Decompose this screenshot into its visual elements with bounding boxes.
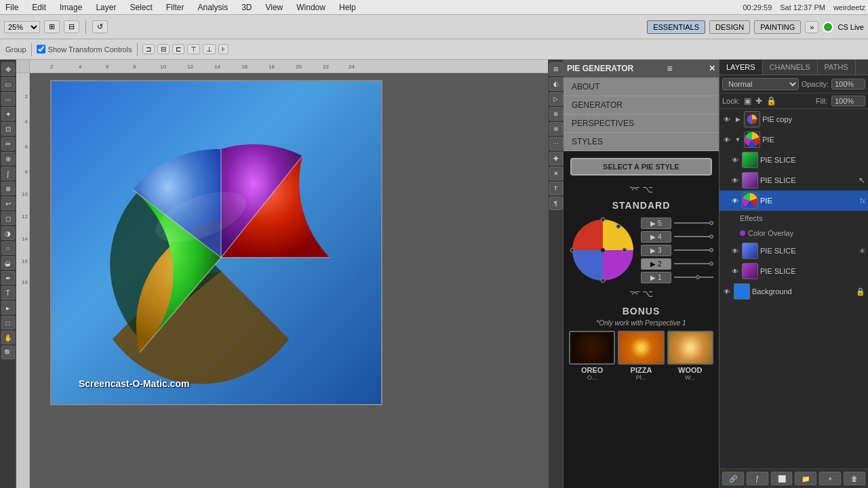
panel-handle-bottom[interactable]: ⌤ ⌥: [564, 287, 719, 300]
hand-tool[interactable]: ✋: [1, 331, 15, 344]
type-tool[interactable]: T: [1, 286, 15, 300]
layer-arrow-pie-copy[interactable]: ▶: [734, 115, 742, 123]
menu-item-select[interactable]: Select: [127, 2, 155, 13]
gradient-tool[interactable]: ◑: [1, 226, 15, 240]
slider-btn-5[interactable]: ▶ 5: [641, 218, 671, 229]
layer-arrow-pie-group[interactable]: ▼: [734, 136, 742, 144]
menu-item-edit[interactable]: Edit: [29, 2, 49, 13]
slider-btn-4[interactable]: ▶ 4: [641, 231, 671, 243]
lock-pixel-icon[interactable]: ▣: [744, 96, 751, 106]
pie-nav-perspectives[interactable]: PERSPECTIVES: [564, 115, 719, 133]
menu-item-3d[interactable]: 3D: [239, 2, 254, 13]
move-tool[interactable]: ✥: [1, 62, 15, 76]
healing-tool[interactable]: ⊕: [1, 152, 15, 165]
layer-background[interactable]: 👁 Background 🔒: [719, 281, 868, 302]
bonus-item-wood[interactable]: WOOD W...: [667, 331, 713, 381]
pie-panel-close-icon[interactable]: ✕: [709, 64, 715, 73]
layer-eye-pie-copy[interactable]: 👁: [722, 115, 732, 124]
layer-eye-pie-main[interactable]: 👁: [730, 196, 740, 205]
stamp-tool[interactable]: ⊗: [1, 182, 15, 195]
panel-handle-top[interactable]: ⌤ ⌥: [564, 182, 719, 196]
menu-item-window[interactable]: Window: [294, 2, 328, 13]
layer-pie-group[interactable]: 👁 ▼ PIE: [719, 129, 868, 150]
layer-pie-slice-3[interactable]: 👁 PIE SLICE ✳: [719, 241, 868, 261]
layer-eye-background[interactable]: 👁: [722, 287, 732, 296]
right-tool-9[interactable]: T: [549, 182, 563, 195]
layer-pie-slice-1[interactable]: 👁 PIE SLICE: [719, 150, 868, 170]
path-select-tool[interactable]: ▸: [1, 301, 15, 314]
pie-nav-styles[interactable]: STYLES: [564, 133, 719, 151]
align-left-btn[interactable]: ⊐: [142, 44, 155, 54]
pie-nav-generator[interactable]: GENERATOR: [564, 96, 719, 115]
add-group-btn[interactable]: 📁: [795, 472, 816, 485]
show-transform-checkbox[interactable]: [37, 45, 45, 54]
delete-layer-btn[interactable]: 🗑: [844, 472, 865, 485]
layer-eye-slice-1[interactable]: 👁: [730, 155, 740, 165]
opacity-input[interactable]: [831, 79, 865, 89]
align-right-btn[interactable]: ⊏: [172, 44, 184, 54]
align-bottom-btn[interactable]: ⊦: [218, 44, 229, 54]
eyedropper-tool[interactable]: ✏: [1, 137, 15, 150]
tab-paths[interactable]: PATHS: [818, 60, 856, 75]
right-tool-3[interactable]: ▷: [549, 92, 563, 106]
brush-tool[interactable]: ∫: [1, 167, 15, 180]
zoom-selector[interactable]: 25%50%100%: [4, 21, 40, 33]
color-overlay-item[interactable]: Color Overlay: [719, 226, 868, 241]
right-tool-10[interactable]: ¶: [549, 197, 563, 210]
more-workspaces-btn[interactable]: »: [805, 21, 818, 33]
layer-pie-main[interactable]: 👁 PIE fx: [719, 190, 868, 211]
layer-eye-slice-4[interactable]: 👁: [730, 266, 740, 276]
layer-pie-slice-4[interactable]: 👁 PIE SLICE: [719, 261, 868, 281]
tab-layers[interactable]: LAYERS: [719, 60, 763, 75]
align-top-btn[interactable]: ⊤: [187, 44, 200, 54]
lock-all-icon[interactable]: 🔒: [766, 96, 776, 106]
view-mode-btn2[interactable]: ⊟: [64, 20, 79, 33]
bonus-item-pizza[interactable]: PIZZA Pl...: [618, 331, 664, 381]
right-tool-8[interactable]: ✕: [549, 167, 563, 180]
pie-nav-about[interactable]: ABOUT: [564, 78, 719, 96]
add-style-btn[interactable]: ƒ: [747, 472, 768, 485]
layer-eye-slice-2[interactable]: 👁: [730, 176, 740, 185]
blend-mode-select[interactable]: Normal Multiply Screen: [722, 78, 799, 90]
layer-eye-slice-3[interactable]: 👁: [730, 246, 740, 256]
painting-btn[interactable]: PAINTING: [754, 20, 801, 34]
eraser-tool[interactable]: ◻: [1, 211, 15, 225]
menu-item-analysis[interactable]: Analysis: [195, 2, 231, 13]
right-tool-5[interactable]: ⊗: [549, 122, 563, 136]
pen-tool[interactable]: ✒: [1, 271, 15, 285]
tab-channels[interactable]: CHANNELS: [763, 60, 818, 75]
link-layers-btn[interactable]: 🔗: [722, 472, 744, 485]
right-tool-4[interactable]: ⊕: [549, 107, 563, 121]
fill-input[interactable]: [831, 96, 865, 106]
dodge-tool[interactable]: ◒: [1, 256, 15, 270]
rotate-btn[interactable]: ↺: [92, 20, 108, 33]
add-layer-btn[interactable]: +: [819, 472, 841, 485]
crop-tool[interactable]: ⊡: [1, 122, 15, 136]
right-tool-7[interactable]: ✚: [549, 152, 563, 165]
slider-btn-3[interactable]: ▶ 3: [641, 245, 671, 256]
fx-icon[interactable]: fx: [860, 197, 865, 205]
bonus-item-oreo[interactable]: OREO O...: [569, 331, 615, 381]
menu-item-file[interactable]: File: [3, 2, 21, 13]
menu-item-layer[interactable]: Layer: [93, 2, 119, 13]
layer-eye-pie-group[interactable]: 👁: [722, 135, 732, 144]
lasso-tool[interactable]: ⌓: [1, 92, 15, 106]
zoom-tool[interactable]: 🔍: [1, 346, 15, 359]
menu-item-filter[interactable]: Filter: [163, 2, 187, 13]
pie-panel-menu-icon[interactable]: ≡: [667, 63, 673, 74]
slider-btn-1[interactable]: ▶ 1: [641, 272, 671, 283]
right-tool-2[interactable]: ◐: [549, 77, 563, 91]
design-btn[interactable]: DESIGN: [709, 20, 750, 34]
marquee-tool[interactable]: ▭: [1, 77, 15, 91]
add-mask-btn[interactable]: ⬜: [771, 472, 793, 485]
menu-item-help[interactable]: Help: [336, 2, 359, 13]
layer-pie-copy[interactable]: 👁 ▶ PIE copy: [719, 109, 868, 129]
lock-position-icon[interactable]: ✚: [755, 96, 762, 106]
essentials-btn[interactable]: ESSENTIALS: [647, 20, 705, 34]
magic-wand-tool[interactable]: ✦: [1, 107, 15, 121]
view-mode-btn1[interactable]: ⊞: [44, 20, 60, 33]
align-center-btn[interactable]: ⊟: [157, 44, 170, 54]
blur-tool[interactable]: ○: [1, 241, 15, 255]
menu-item-image[interactable]: Image: [57, 2, 85, 13]
right-tool-6[interactable]: ⋯: [549, 137, 563, 150]
